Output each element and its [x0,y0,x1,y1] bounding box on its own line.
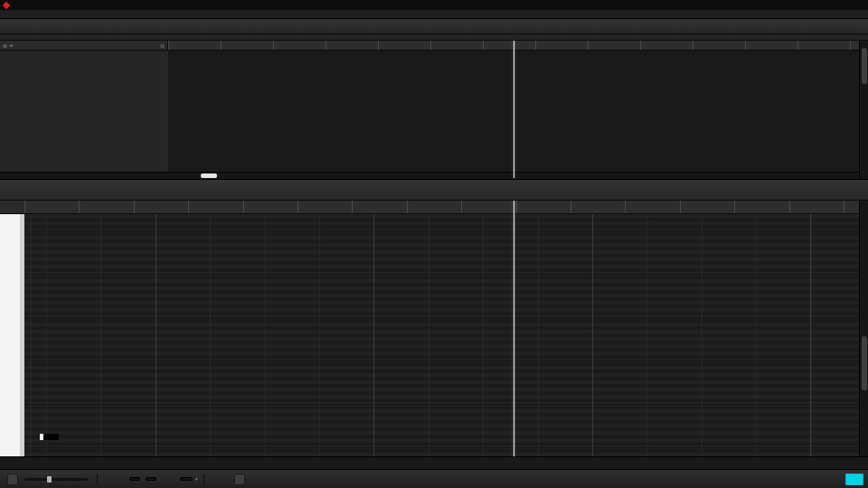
position-display[interactable] [180,477,193,481]
track-list [0,51,168,172]
tracklist-header: ⊘ e ⊙ [0,41,168,51]
editor-ruler[interactable] [24,201,859,214]
cubase-window: ⊘ e ⊙ ▾ [0,0,868,488]
hscroll-thumb[interactable] [201,174,217,178]
menu-bar [0,10,868,19]
filter-icon[interactable]: ⊘ [3,42,7,49]
project-subbar [0,34,868,41]
playhead-editor [514,201,514,456]
arrange-vscrollbar[interactable] [859,41,868,178]
left-locator-display[interactable] [129,477,140,481]
main-toolbar [0,19,868,34]
editor-vscroll-thumb[interactable] [862,336,867,390]
right-locator-display[interactable] [146,477,156,481]
search-icon[interactable]: ⊙ [160,42,165,49]
arrange-hscrollbar[interactable] [0,172,859,178]
vscroll-thumb[interactable] [862,48,867,84]
transport-separator [97,474,98,485]
jog-slider[interactable] [24,478,88,481]
performance-meter [845,474,863,485]
note-grid[interactable] [24,214,859,456]
transport-bar: ▾ [0,469,868,488]
editor-toolbar [0,179,868,201]
edit-channel-icon[interactable]: e [10,42,13,48]
position-caret-icon: ▾ [195,476,198,482]
titlebar [0,0,868,10]
audio-quantize-button[interactable] [7,474,18,485]
tap-tempo-button[interactable] [234,474,245,485]
piano-keyboard[interactable] [0,214,24,456]
editor-vscrollbar[interactable] [859,201,868,456]
transport-separator [203,474,204,485]
editor-corner [0,201,24,214]
jog-slider-thumb[interactable] [47,476,52,483]
lowerzone-tabbar [0,456,868,469]
playhead-arrange [514,41,514,178]
subtitle-left [40,434,59,440]
cubase-logo-icon [3,1,10,8]
